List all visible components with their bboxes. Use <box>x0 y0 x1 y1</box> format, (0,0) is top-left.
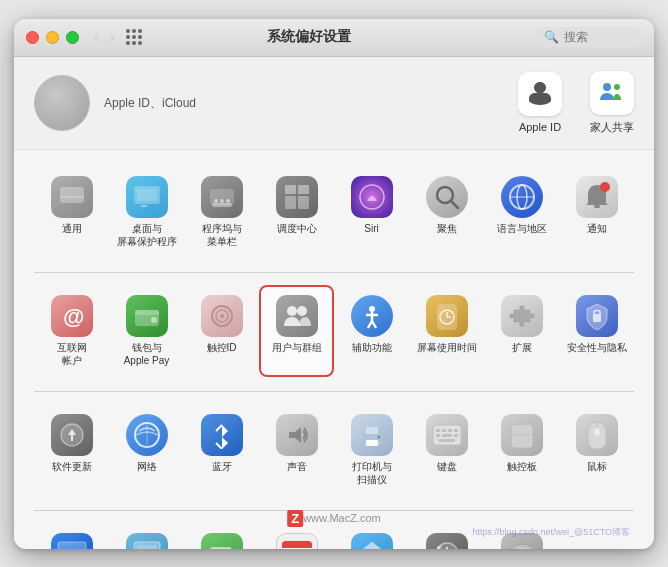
svg-point-48 <box>377 435 380 438</box>
screentime-icon <box>426 295 468 337</box>
account-subtitle: Apple ID、iCloud <box>104 95 196 112</box>
siri-icon <box>351 176 393 218</box>
pref-item-startup[interactable]: 启动磁盘 <box>484 523 559 549</box>
network-icon <box>126 414 168 456</box>
section-divider-3 <box>34 510 634 511</box>
pref-item-software[interactable]: 软件更新 <box>34 404 109 496</box>
display-icon <box>51 533 93 549</box>
pref-item-mouse[interactable]: 鼠标 <box>559 404 634 496</box>
pref-item-general[interactable]: 通用 <box>34 166 109 258</box>
sharing-icon <box>351 533 393 549</box>
missioncontrol-label: 调度中心 <box>277 222 317 235</box>
pref-item-dock[interactable]: 程序坞与菜单栏 <box>184 166 259 258</box>
pref-item-extension[interactable]: 扩展 <box>484 285 559 377</box>
svg-point-30 <box>287 306 297 316</box>
missioncontrol-icon <box>276 176 318 218</box>
search-input[interactable] <box>564 30 634 44</box>
pref-item-missioncontrol[interactable]: 调度中心 <box>259 166 334 258</box>
close-button[interactable] <box>26 31 39 44</box>
wallet-label: 钱包与Apple Pay <box>124 341 170 367</box>
pref-item-keyboard[interactable]: 键盘 <box>409 404 484 496</box>
pref-item-screentime[interactable]: 屏幕使用时间 <box>409 285 484 377</box>
svg-point-29 <box>220 314 224 318</box>
security-label: 安全性与隐私 <box>567 341 627 354</box>
keyboard-icon <box>426 414 468 456</box>
svg-rect-47 <box>366 440 378 446</box>
desktop-icon <box>126 176 168 218</box>
trackpad-icon <box>501 414 543 456</box>
svg-rect-41 <box>593 314 601 322</box>
internet-icon: @ <box>51 295 93 337</box>
pref-item-accessibility[interactable]: 辅助功能 <box>334 285 409 377</box>
touchid-label: 触控ID <box>207 341 237 354</box>
pref-grid-section1: 通用 桌面与屏幕保护程序 程序坞与菜单栏 <box>34 166 634 258</box>
svg-rect-66 <box>137 545 157 549</box>
svg-rect-57 <box>439 439 455 442</box>
svg-rect-55 <box>442 434 452 437</box>
screentime-label: 屏幕使用时间 <box>417 341 477 354</box>
pref-grid-section2: @ 互联网帐户 钱包与Apple Pay 触控ID <box>34 285 634 377</box>
pref-item-sound[interactable]: 声音 <box>259 404 334 496</box>
pref-item-wallet[interactable]: 钱包与Apple Pay <box>109 285 184 377</box>
pref-item-trackpad[interactable]: 触控板 <box>484 404 559 496</box>
pref-grid-section4: 显示器 随航 电池 <box>34 523 634 549</box>
pref-item-language[interactable]: 语言与地区 <box>484 166 559 258</box>
pref-item-sharing[interactable]: 共享 <box>334 523 409 549</box>
bluetooth-label: 蓝牙 <box>212 460 232 473</box>
svg-line-36 <box>372 321 376 328</box>
svg-point-26 <box>151 317 157 323</box>
software-label: 软件更新 <box>52 460 92 473</box>
pref-item-battery[interactable]: 电池 <box>184 523 259 549</box>
pref-item-timemachine[interactable]: 时间机器 <box>409 523 484 549</box>
svg-rect-50 <box>436 429 440 432</box>
svg-text:@: @ <box>63 304 84 329</box>
section-divider-1 <box>34 272 634 273</box>
family-sharing-button[interactable]: 家人共享 <box>590 71 634 135</box>
svg-rect-51 <box>442 429 446 432</box>
pref-item-internet[interactable]: @ 互联网帐户 <box>34 285 109 377</box>
touchid-icon <box>201 295 243 337</box>
pref-item-bluetooth[interactable]: 蓝牙 <box>184 404 259 496</box>
minimize-button[interactable] <box>46 31 59 44</box>
pref-item-display[interactable]: 显示器 <box>34 523 109 549</box>
pref-item-security[interactable]: 安全性与隐私 <box>559 285 634 377</box>
search-box[interactable]: 🔍 <box>536 27 642 47</box>
notification-icon <box>576 176 618 218</box>
pref-item-spotlight[interactable]: 聚焦 <box>409 166 484 258</box>
svg-point-32 <box>369 306 375 312</box>
language-icon <box>501 176 543 218</box>
maximize-button[interactable] <box>66 31 79 44</box>
wallet-icon <box>126 295 168 337</box>
pref-item-network[interactable]: 网络 <box>109 404 184 496</box>
pref-item-printer[interactable]: 打印机与扫描仪 <box>334 404 409 496</box>
svg-point-61 <box>594 428 599 436</box>
pref-item-touchid[interactable]: 触控ID <box>184 285 259 377</box>
account-right: Apple ID 家人共享 <box>518 71 634 135</box>
account-left: Apple ID、iCloud <box>34 75 196 131</box>
siri-label: Siri <box>364 222 378 235</box>
apple-id-icon <box>518 72 562 116</box>
spotlight-icon <box>426 176 468 218</box>
language-label: 语言与地区 <box>497 222 547 235</box>
pref-item-users[interactable]: 用户与群组 <box>259 285 334 377</box>
apple-id-button[interactable]: Apple ID <box>518 72 562 133</box>
svg-point-31 <box>297 306 307 316</box>
startup-icon <box>501 533 543 549</box>
accessibility-label: 辅助功能 <box>352 341 392 354</box>
pref-item-notification[interactable]: 通知 <box>559 166 634 258</box>
system-preferences-window: ‹ › 系统偏好设置 🔍 Apple ID、iCloud <box>14 19 654 549</box>
section-divider-2 <box>34 391 634 392</box>
sound-icon <box>276 414 318 456</box>
pref-item-desktop[interactable]: 桌面与屏幕保护程序 <box>109 166 184 258</box>
keyboard-label: 键盘 <box>437 460 457 473</box>
pref-item-datetime[interactable]: 17 日期与时间 <box>259 523 334 549</box>
svg-rect-54 <box>436 434 440 437</box>
pref-item-airplay[interactable]: 随航 <box>109 523 184 549</box>
svg-rect-62 <box>58 542 86 549</box>
pref-item-siri[interactable]: Siri <box>334 166 409 258</box>
svg-point-0 <box>603 83 611 91</box>
svg-rect-5 <box>137 189 157 201</box>
svg-point-1 <box>614 84 620 90</box>
svg-rect-12 <box>298 185 309 194</box>
battery-icon <box>201 533 243 549</box>
